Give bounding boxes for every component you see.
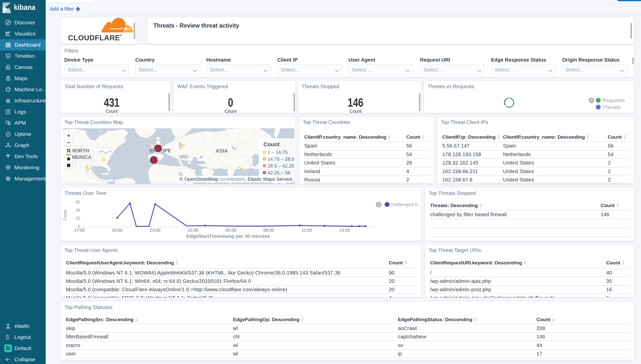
svg-text:17:00: 17:00: [74, 228, 85, 233]
svg-text:02:00: 02:00: [188, 228, 199, 233]
svg-text:NORTH: NORTH: [71, 148, 89, 153]
svg-text:20:00: 20:00: [112, 228, 123, 233]
svg-text:ASIA: ASIA: [216, 148, 228, 154]
svg-text:60: 60: [76, 200, 80, 204]
svg-text:20: 20: [76, 216, 80, 221]
svg-text:08:00: 08:00: [263, 228, 274, 233]
svg-text:14:00: 14:00: [339, 228, 350, 233]
svg-text:EdgeStartTimestamp per 30 minu: EdgeStartTimestamp per 30 minutes: [186, 233, 270, 239]
svg-text:05:00: 05:00: [226, 228, 237, 233]
svg-text:Count: Count: [63, 210, 67, 221]
svg-text:23:00: 23:00: [150, 228, 161, 233]
svg-text:11:00: 11:00: [301, 228, 312, 233]
svg-text:40: 40: [76, 208, 80, 212]
